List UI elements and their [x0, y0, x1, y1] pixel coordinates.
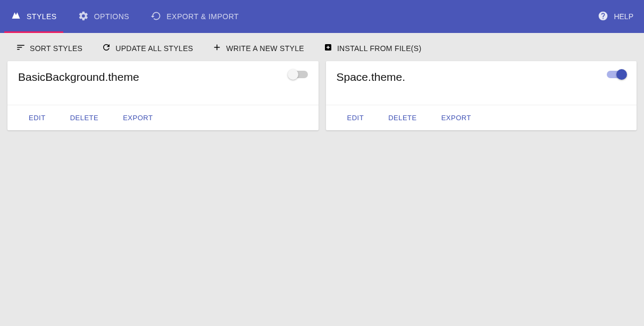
delete-button[interactable]: DELETE [70, 114, 99, 122]
write-style-label: WRITE A NEW STYLE [226, 44, 304, 53]
export-button[interactable]: EXPORT [441, 114, 471, 122]
switch-thumb [616, 69, 627, 80]
nav-left-group: STYLES OPTIONS EXPORT & IMPORT [11, 0, 239, 33]
refresh-icon [102, 43, 111, 54]
nav-styles[interactable]: STYLES [11, 0, 57, 33]
install-from-file-button[interactable]: INSTALL FROM FILE(S) [323, 43, 421, 54]
nav-options-label: OPTIONS [94, 12, 130, 21]
restore-icon [150, 11, 161, 23]
switch-thumb [288, 69, 298, 80]
nav-options[interactable]: OPTIONS [78, 0, 130, 33]
edit-button[interactable]: EDIT [29, 114, 46, 122]
card-actions: EDIT DELETE EXPORT [7, 105, 319, 130]
card-head: BasicBackground.theme [7, 61, 319, 105]
styles-icon [11, 11, 21, 23]
update-all-label: UPDATE ALL STYLES [115, 44, 193, 53]
style-card: Space.theme. EDIT DELETE EXPORT [326, 61, 637, 130]
nav-export-import-label: EXPORT & IMPORT [166, 12, 239, 21]
export-button[interactable]: EXPORT [123, 114, 153, 122]
card-head: Space.theme. [326, 61, 637, 105]
nav-styles-label: STYLES [27, 12, 57, 21]
card-actions: EDIT DELETE EXPORT [326, 105, 637, 130]
toggle-switch[interactable] [607, 71, 626, 78]
nav-help-label: HELP [614, 12, 633, 21]
cards-container: BasicBackground.theme EDIT DELETE EXPORT… [0, 61, 644, 130]
help-icon [598, 11, 608, 23]
install-from-file-label: INSTALL FROM FILE(S) [337, 44, 421, 53]
edit-button[interactable]: EDIT [347, 114, 364, 122]
sort-icon [16, 43, 26, 54]
update-all-button[interactable]: UPDATE ALL STYLES [102, 43, 193, 54]
style-card: BasicBackground.theme EDIT DELETE EXPORT [7, 61, 319, 130]
card-title: BasicBackground.theme [18, 71, 139, 83]
top-nav: STYLES OPTIONS EXPORT & IMPORT HELP [0, 0, 644, 33]
sort-styles-button[interactable]: SORT STYLES [16, 43, 82, 54]
nav-export-import[interactable]: EXPORT & IMPORT [150, 0, 239, 33]
gear-icon [78, 11, 89, 23]
toolbar: SORT STYLES UPDATE ALL STYLES WRITE A NE… [0, 33, 644, 61]
add-file-icon [323, 43, 333, 54]
card-title: Space.theme. [337, 71, 406, 83]
write-style-button[interactable]: WRITE A NEW STYLE [212, 43, 304, 54]
plus-icon [212, 43, 222, 54]
nav-help[interactable]: HELP [598, 11, 633, 23]
delete-button[interactable]: DELETE [388, 114, 417, 122]
sort-styles-label: SORT STYLES [30, 44, 82, 53]
toggle-switch[interactable] [289, 71, 308, 78]
